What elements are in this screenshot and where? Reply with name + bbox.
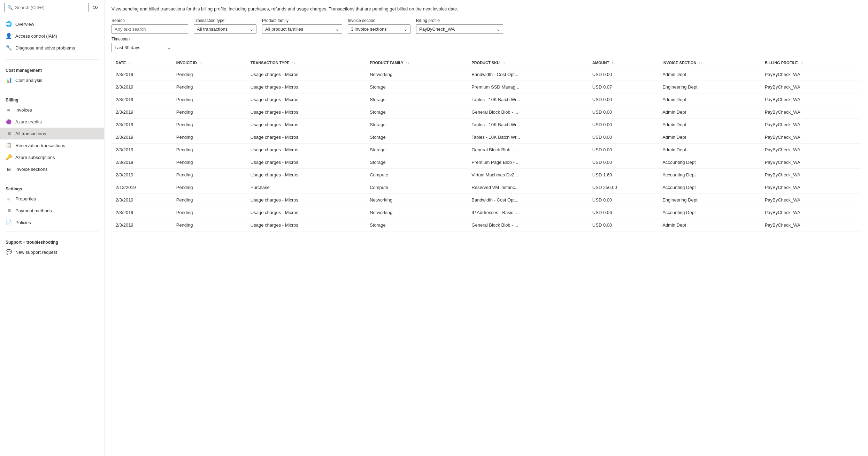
col-date[interactable]: DATE ↑↓ [112,58,172,68]
table-cell[interactable]: PayByCheck_WA [761,206,861,219]
table-cell: Usage charges - Micros [246,143,366,156]
table-cell: Pending [172,106,246,118]
table-cell: Pending [172,193,246,206]
collapse-button[interactable]: ≫ [91,3,100,12]
table-cell[interactable]: PayByCheck_WA [761,181,861,193]
table-cell: 2/3/2019 [112,206,172,219]
table-cell[interactable]: Accounting Dept [658,181,760,193]
table-cell: 2/3/2019 [112,156,172,168]
sidebar-item-cost-analysis[interactable]: 📊 Cost analysis [0,74,104,86]
sidebar-item-label: Cost analysis [15,78,42,83]
table-cell: General Block Blob - ... [467,143,588,156]
table-cell: General Block Blob - ... [467,106,588,118]
table-cell[interactable]: Admin Dept [658,118,760,131]
sidebar-item-invoices[interactable]: ≡ Invoices [0,104,104,116]
sidebar-item-label: Access control (IAM) [15,33,57,39]
table-cell[interactable]: PayByCheck_WA [761,219,861,231]
table-cell[interactable]: PayByCheck_WA [761,193,861,206]
transaction-type-select[interactable]: All transactions [194,24,256,34]
table-cell: Bandwidth - Cost Opt... [467,68,588,81]
col-invoice-id[interactable]: INVOICE ID ↑↓ [172,58,246,68]
main-content: View pending and billed transactions for… [105,0,868,456]
sidebar-item-policies[interactable]: 📄 Policies [0,216,104,228]
sidebar-item-new-support[interactable]: 💬 New support request [0,246,104,258]
table-cell[interactable]: PayByCheck_WA [761,168,861,181]
table-cell[interactable]: Admin Dept [658,68,760,81]
table-cell: Usage charges - Micros [246,219,366,231]
search-filter-input[interactable] [112,24,188,34]
col-billing-profile[interactable]: BILLING PROFILE ↑↓ [761,58,861,68]
table-cell[interactable]: PayByCheck_WA [761,106,861,118]
timespan-select[interactable]: Last 30 days [112,43,174,52]
credits-icon: 🟣 [6,119,12,125]
table-cell[interactable]: Admin Dept [658,131,760,143]
table-cell: Pending [172,143,246,156]
sidebar-item-reservation-transactions[interactable]: 📋 Reservation transactions [0,139,104,151]
all-transactions-icon: 🖥 [6,130,12,137]
table-cell[interactable]: PayByCheck_WA [761,118,861,131]
table-cell: General Block Blob - ... [467,219,588,231]
table-cell: USD 0.00 [588,143,658,156]
sidebar-item-all-transactions[interactable]: 🖥 All transactions [0,128,104,139]
col-invoice-section[interactable]: INVOICE SECTION ↑↓ [658,58,760,68]
table-cell: USD 1.69 [588,168,658,181]
table-cell[interactable]: PayByCheck_WA [761,156,861,168]
table-cell[interactable]: PayByCheck_WA [761,81,861,93]
table-cell: Reserved VM Instanc... [467,181,588,193]
table-cell[interactable]: Admin Dept [658,93,760,106]
table-cell: USD 0.00 [588,193,658,206]
table-cell[interactable]: Engineering Dept [658,193,760,206]
iam-icon: 👤 [6,33,12,39]
table-cell[interactable]: Admin Dept [658,219,760,231]
sidebar-item-azure-credits[interactable]: 🟣 Azure credits [0,116,104,128]
section-divider-2 [6,89,99,89]
search-input[interactable] [15,5,85,10]
table-cell[interactable]: Accounting Dept [658,206,760,219]
product-family-select[interactable]: All product families [262,24,342,34]
sidebar-item-properties[interactable]: ≡ Properties [0,193,104,205]
table-cell[interactable]: PayByCheck_WA [761,131,861,143]
table-cell: Pending [172,81,246,93]
col-transaction-type[interactable]: TRANSACTION TYPE ↑↓ [246,58,366,68]
sidebar-item-label: Reservation transactions [15,143,65,148]
payment-icon: 🖥 [6,207,12,214]
transaction-type-sort-icon: ↑↓ [292,61,295,65]
table-cell: Pending [172,181,246,193]
billing-profile-select[interactable]: PayByCheck_WA [416,24,503,34]
timespan-wrapper: Last 30 days [112,43,174,52]
table-header-row: DATE ↑↓ INVOICE ID ↑↓ TRANSACTION TYPE ↑… [112,58,861,68]
table-cell[interactable]: Accounting Dept [658,168,760,181]
sidebar-item-overview[interactable]: 🌐 Overview [0,18,104,30]
table-cell[interactable]: PayByCheck_WA [761,143,861,156]
col-product-sku[interactable]: PRODUCT SKU ↑↓ [467,58,588,68]
table-cell[interactable]: Admin Dept [658,143,760,156]
table-row: 2/3/2019PendingUsage charges - MicrosSto… [112,81,861,93]
table-cell[interactable]: PayByCheck_WA [761,68,861,81]
col-product-family[interactable]: PRODUCT FAMILY ↑↓ [366,58,467,68]
sidebar-item-label: Policies [15,220,31,225]
table-cell[interactable]: Engineering Dept [658,81,760,93]
table-cell[interactable]: PayByCheck_WA [761,93,861,106]
table-cell[interactable]: Accounting Dept [658,156,760,168]
sidebar-item-payment-methods[interactable]: 🖥 Payment methods [0,205,104,216]
sidebar-item-invoice-sections[interactable]: ⊞ Invoice sections [0,163,104,175]
invoice-section-select[interactable]: 3 invoice sections [348,24,410,34]
cost-analysis-icon: 📊 [6,77,12,83]
table-row: 2/13/2019PendingPurchaseComputeReserved … [112,181,861,193]
sidebar-header: 🔍 ≫ [0,0,104,15]
sidebar-item-access-control[interactable]: 👤 Access control (IAM) [0,30,104,42]
filters-row-1: Search Transaction type All transactions… [112,18,861,34]
date-sort-icon: ↑↓ [128,61,132,65]
table-row: 2/3/2019PendingUsage charges - MicrosSto… [112,118,861,131]
search-box[interactable]: 🔍 [4,3,89,12]
table-cell: Usage charges - Micros [246,156,366,168]
table-cell[interactable]: Admin Dept [658,106,760,118]
table-cell: Usage charges - Micros [246,93,366,106]
invoice-sections-icon: ⊞ [6,166,12,172]
table-cell: Usage charges - Micros [246,106,366,118]
section-label-cost-management: Cost management [0,62,104,74]
sidebar-item-diagnose[interactable]: 🔧 Diagnose and solve problems [0,42,104,54]
col-amount[interactable]: AMOUNT ↑↓ [588,58,658,68]
sidebar-item-azure-subscriptions[interactable]: 🔑 Azure subscriptions [0,151,104,163]
table-row: 2/3/2019PendingUsage charges - MicrosSto… [112,143,861,156]
